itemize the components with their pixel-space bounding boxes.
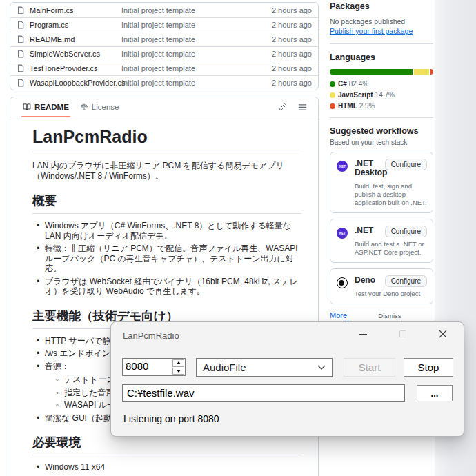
commit-message-link[interactable]: Initial project template (121, 21, 195, 29)
commit-message-link[interactable]: Initial project template (121, 50, 195, 58)
table-row[interactable]: MainForm.cs Initial project template 2 h… (10, 3, 318, 17)
section-heading-requirements: 必要環境 (32, 434, 301, 455)
file-name-link[interactable]: Program.cs (30, 21, 68, 29)
file-name-link[interactable]: WasapiLoopbackProvider.cs (30, 79, 125, 87)
commit-age: 2 hours ago (272, 6, 312, 14)
maximize-icon (399, 330, 406, 337)
close-button[interactable] (429, 325, 457, 343)
browse-button[interactable]: ... (417, 385, 453, 401)
file-name-link[interactable]: SimpleWebServer.cs (30, 50, 100, 58)
github-repo-page: MainForm.cs Initial project template 2 h… (0, 0, 476, 476)
tab-readme-label: README (34, 103, 69, 111)
readme-header: README License (10, 97, 318, 117)
packages-heading: Packages (330, 1, 433, 11)
repo-sidebar: Packages No packages published Publish y… (330, 0, 433, 328)
language-bar-segment[interactable] (330, 69, 413, 75)
minimize-icon (359, 334, 367, 335)
list-item: Windows アプリ（C# WinForms、.NET 8）として動作する軽量… (35, 221, 301, 241)
workflow-card: .NET .NET Desktop Configure Build, test,… (330, 152, 433, 213)
language-item[interactable]: C# 82.4% (330, 80, 368, 88)
language-item[interactable]: HTML 2.9% (330, 102, 375, 110)
table-row[interactable]: TestToneProvider.cs Initial project temp… (10, 61, 318, 75)
commit-message-link[interactable]: Initial project template (121, 35, 195, 43)
language-percent: 82.4% (349, 80, 368, 88)
tab-readme[interactable]: README (17, 97, 75, 117)
divider (330, 117, 433, 118)
publish-package-link[interactable]: Publish your first package (330, 27, 413, 35)
spin-down-button[interactable] (172, 368, 184, 375)
edit-pencil-icon[interactable] (279, 103, 287, 111)
language-bar[interactable] (330, 69, 433, 75)
tab-license[interactable]: License (75, 97, 125, 117)
list-item-text: 音源： (45, 361, 70, 371)
configure-button[interactable]: Configure (385, 275, 427, 287)
file-name-link[interactable]: README.md (30, 35, 75, 43)
packages-empty-text: No packages published (330, 17, 433, 26)
commit-age: 2 hours ago (272, 35, 312, 43)
list-item: ブラウザは WebSocket 経由でバイナリ（16bit PCM, 48kHz… (35, 277, 301, 297)
workflow-card: Deno Configure Test your Deno project (330, 268, 433, 304)
configure-button[interactable]: Configure (385, 226, 427, 237)
commit-message-link[interactable]: Initial project template (121, 79, 195, 87)
divider (330, 43, 433, 44)
section-heading-overview: 概要 (32, 192, 301, 214)
maximize-button[interactable] (389, 325, 417, 343)
spinner-buttons (172, 359, 185, 375)
language-bar-segment[interactable] (430, 69, 433, 75)
window-caption-buttons (349, 325, 457, 343)
configure-button[interactable]: Configure (385, 159, 427, 170)
table-row[interactable]: WasapiLoopbackProvider.cs Initial projec… (10, 75, 318, 90)
law-scale-icon (80, 103, 88, 111)
language-name: C# (338, 80, 347, 88)
language-item[interactable]: JavaScript 14.7% (330, 91, 395, 99)
intro-paragraph: LAN 内のブラウザに非圧縮リニア PCM を配信する簡易デモアプリ（Windo… (32, 161, 301, 181)
language-name: JavaScript (338, 91, 373, 99)
spin-up-button[interactable] (172, 359, 184, 367)
table-row[interactable]: README.md Initial project template 2 hou… (10, 32, 318, 46)
language-percent: 14.7% (375, 91, 395, 99)
workflow-card: .NET .NET Configure Build and test a .NE… (330, 219, 433, 263)
outline-list-icon[interactable] (298, 103, 307, 111)
table-row[interactable]: Program.cs Initial project template 2 ho… (10, 17, 318, 32)
file-icon (17, 21, 25, 29)
commit-age: 2 hours ago (272, 50, 312, 58)
commit-message-link[interactable]: Initial project template (121, 64, 195, 72)
start-button[interactable]: Start (344, 358, 395, 377)
dotnet-icon: .NET (337, 228, 348, 239)
commit-message-link[interactable]: Initial project template (121, 6, 195, 14)
stop-button[interactable]: Stop (404, 358, 453, 377)
overview-list: Windows アプリ（C# WinForms、.NET 8）として動作する軽量… (35, 221, 301, 297)
dotnet-icon: .NET (337, 161, 348, 172)
language-bar-segment[interactable] (414, 69, 428, 75)
page-title: LanPcmRadio (32, 127, 301, 152)
file-name-link[interactable]: TestToneProvider.cs (30, 64, 97, 72)
file-path-input[interactable]: C:¥testfile.wav (122, 384, 405, 402)
commit-age: 2 hours ago (272, 64, 312, 72)
list-item: Windows 11 x64 (35, 462, 301, 473)
source-selected-value: AudioFile (203, 361, 246, 373)
language-name: HTML (338, 102, 357, 110)
language-dot (330, 81, 335, 87)
file-icon (17, 79, 25, 87)
file-icon (17, 35, 25, 43)
workflow-description: Test your Deno project (355, 290, 427, 298)
file-icon (17, 6, 25, 14)
languages-heading: Languages (330, 52, 433, 62)
lanpcmradio-window: LanPcmRadio 8080 AudioFile Start Stop (110, 321, 464, 437)
port-value[interactable]: 8080 (123, 359, 172, 375)
language-legend: C# 82.4% JavaScript 14.7% HTML 2.9% (330, 80, 433, 113)
workflow-description: Build, test, sign and publish a desktop … (355, 182, 427, 207)
deno-icon (337, 277, 348, 288)
readme-actions (279, 97, 311, 117)
commit-age: 2 hours ago (272, 79, 312, 87)
window-title: LanPcmRadio (123, 330, 179, 341)
controls-row: 8080 AudioFile Start Stop (111, 358, 464, 377)
close-icon (439, 330, 447, 338)
table-row[interactable]: SimpleWebServer.cs Initial project templ… (10, 46, 318, 61)
file-name-link[interactable]: MainForm.cs (30, 6, 74, 14)
workflow-description: Build and test a .NET or ASP.NET Core pr… (355, 240, 427, 257)
port-spinner[interactable]: 8080 (122, 358, 186, 376)
source-dropdown[interactable]: AudioFile (196, 358, 333, 377)
arrow-up-icon (177, 361, 181, 364)
minimize-button[interactable] (349, 325, 377, 343)
